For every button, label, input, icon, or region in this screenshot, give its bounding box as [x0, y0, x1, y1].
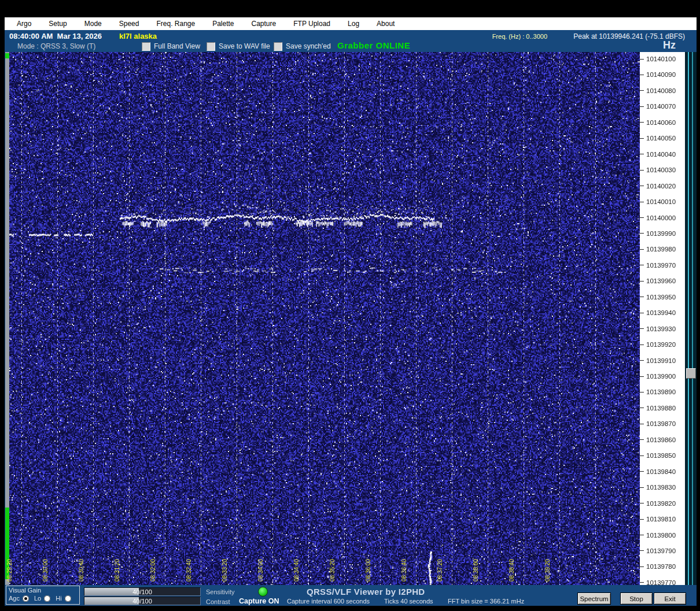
freq-tick	[640, 535, 644, 535]
freq-tick	[640, 281, 644, 282]
menu-item-speed[interactable]: Speed	[110, 20, 148, 28]
checkbox-label: Full Band View	[154, 42, 200, 50]
freq-scale-label: 10140060	[640, 119, 685, 127]
checkbox-save-to-wav-file[interactable]	[207, 42, 215, 51]
freq-tick	[640, 122, 644, 123]
freq-scale-label: 10140010	[640, 198, 685, 206]
bottom-control-bar: Visual Gain AgcLoHi 40/100 40/100 Sensit…	[5, 585, 697, 606]
stop-button[interactable]: Stop	[620, 593, 653, 605]
checkbox-label: Save synch'ed	[286, 42, 331, 50]
menu-item-setup[interactable]: Setup	[40, 20, 75, 28]
freq-value: 10139980	[646, 246, 676, 253]
freq-tick	[640, 456, 644, 456]
menu-item-ftp-upload[interactable]: FTP Upload	[285, 20, 339, 28]
freq-scale-label: 10139840	[640, 468, 685, 476]
freq-scale-label: 10140040	[640, 150, 685, 158]
radio-hi[interactable]	[65, 595, 71, 602]
freq-value: 10139810	[646, 516, 676, 523]
freq-scale-label: 10139960	[640, 277, 685, 285]
menu-item-capture[interactable]: Capture	[243, 20, 285, 28]
current-timestamp: 08:40:00 AM Mar 13, 2026	[9, 32, 102, 40]
freq-scale-label: 10139850	[640, 451, 685, 460]
checkbox-group: Save to WAV file	[207, 42, 270, 51]
menu-item-argo[interactable]: Argo	[8, 20, 40, 28]
radio-agc[interactable]	[23, 595, 29, 602]
waterfall-area: 08:29:2008:30:0008:30:4008:31:2008:32:00…	[9, 52, 640, 585]
freq-value: 10139910	[646, 357, 676, 364]
freq-value: 10140070	[646, 103, 676, 110]
checkbox-label: Save to WAV file	[219, 42, 270, 50]
spectrum-button[interactable]: Spectrum	[577, 593, 611, 605]
visual-gain-options: AgcLoHi	[9, 595, 76, 602]
freq-tick	[640, 90, 644, 91]
ticks-label: Ticks 40 seconds	[384, 598, 433, 605]
mode-readout: Mode : QRSS 3, Slow (T)	[17, 42, 95, 50]
menu-item-palette[interactable]: Palette	[204, 20, 242, 28]
menu-item-log[interactable]: Log	[339, 20, 368, 28]
freq-value: 10140090	[646, 71, 676, 78]
freq-value: 10139920	[646, 341, 676, 348]
freq-scale-label: 10139830	[640, 483, 685, 491]
freq-tick	[640, 313, 644, 313]
sensitivity-label: Sensitivity	[206, 588, 235, 595]
freq-value: 10139960	[646, 277, 676, 284]
radio-label: Agc	[9, 595, 20, 602]
freq-tick	[640, 170, 644, 171]
callsign-label: kl7l alaska	[119, 32, 157, 40]
freq-tick	[640, 519, 644, 520]
freq-tick	[640, 138, 644, 139]
freq-scale-label: 10139950	[640, 293, 685, 301]
freq-value: 10139800	[646, 532, 676, 539]
menu-item-mode[interactable]: Mode	[76, 20, 110, 28]
freq-value: 10140060	[646, 119, 676, 126]
contrast-slider[interactable]: 40/100	[84, 597, 201, 605]
freq-value: 10139870	[646, 420, 676, 427]
fft-bin-label: FFT bin size = 366.21 mHz	[448, 598, 524, 605]
freq-value: 10139880	[646, 405, 676, 412]
freq-scale-label: 10139780	[640, 562, 685, 571]
freq-tick	[640, 360, 644, 361]
waterfall-spectrogram[interactable]	[9, 52, 640, 585]
freq-scale-label: 10139810	[640, 515, 685, 523]
radio-lo[interactable]	[44, 595, 50, 602]
app-title: QRSS/VLF Viewer by I2PHD	[307, 587, 425, 597]
freq-value: 10139790	[646, 547, 676, 554]
freq-tick	[640, 487, 644, 488]
freq-scale-label: 10139890	[640, 388, 685, 396]
freq-tick	[640, 345, 644, 345]
slider-value: 40/100	[84, 588, 200, 595]
scrollbar-groove	[688, 52, 689, 585]
exit-button[interactable]: Exit	[654, 593, 686, 605]
checkbox-full-band-view[interactable]	[142, 42, 150, 51]
freq-scale-label: 10139900	[640, 372, 685, 380]
menu-item-freq-range[interactable]: Freq. Range	[148, 20, 204, 28]
checkbox-save-synch-ed[interactable]	[274, 42, 282, 51]
freq-value: 10140020	[646, 183, 676, 190]
freq-scale-label: 10139800	[640, 531, 685, 539]
freq-value: 10139970	[646, 262, 676, 269]
freq-tick	[640, 408, 644, 408]
freq-scale-label: 10139920	[640, 340, 685, 349]
freq-value: 10139900	[646, 373, 676, 380]
frequency-scrollbar[interactable]	[685, 52, 697, 585]
freq-tick	[640, 265, 644, 265]
freq-value: 10139830	[646, 484, 676, 491]
menu-item-about[interactable]: About	[368, 20, 403, 28]
freq-scale-label: 10139930	[640, 325, 685, 333]
freq-scale-label: 10140000	[640, 214, 685, 222]
freq-tick	[640, 376, 644, 377]
freq-value: 10140000	[646, 214, 676, 221]
freq-value: 10139990	[646, 230, 676, 237]
freq-value: 10139850	[646, 452, 676, 459]
freq-value: 10139890	[646, 388, 676, 395]
hz-unit-label: Hz	[663, 39, 676, 51]
freq-tick	[640, 503, 644, 503]
scrollbar-handle[interactable]	[686, 368, 696, 379]
freq-scale-label: 10139880	[640, 404, 685, 412]
freq-value: 10140010	[646, 198, 676, 205]
freq-tick	[640, 186, 644, 186]
sensitivity-slider[interactable]: 40/100	[84, 587, 201, 596]
freq-scale-label: 10139990	[640, 229, 685, 238]
freq-tick	[640, 424, 644, 424]
freq-tick	[640, 550, 644, 551]
